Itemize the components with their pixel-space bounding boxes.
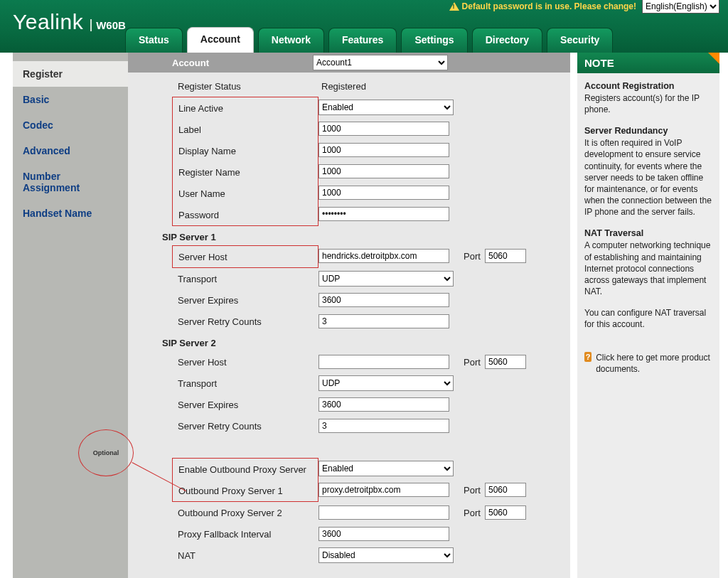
sidebar-item-number-assignment[interactable]: Number Assignment <box>13 164 128 200</box>
account-header-label: Account <box>168 55 313 71</box>
outbound-proxy1-port-label: Port <box>464 485 485 496</box>
note-s1-title: Account Registration <box>584 81 674 91</box>
note-docs-link[interactable]: Click here to get more product documents… <box>596 352 712 375</box>
sip1-port-input[interactable] <box>485 249 526 263</box>
display-name-input[interactable] <box>318 143 449 157</box>
sip1-expires-input[interactable] <box>318 293 449 307</box>
logo: Yealink W60B <box>13 10 126 34</box>
model-name: W60B <box>90 19 126 31</box>
note-s2-text: It is often required in VoIP development… <box>584 138 712 217</box>
outbound-proxy1-port-input[interactable] <box>485 483 526 497</box>
question-icon: ? <box>584 352 592 362</box>
sip1-expires-label: Server Expires <box>173 292 318 309</box>
tab-directory[interactable]: Directory <box>472 28 542 53</box>
sidebar-item-codec[interactable]: Codec <box>13 112 128 138</box>
note-s4-text: You can configure NAT traversal for this… <box>584 308 706 329</box>
password-warning: Default password is in use. Please chang… <box>449 1 636 11</box>
sip2-expires-input[interactable] <box>318 397 449 412</box>
register-status-label: Register Status <box>173 78 318 95</box>
tab-account[interactable]: Account <box>187 27 254 53</box>
note-s2-title: Server Redundancy <box>584 126 668 136</box>
sip1-header: SIP Server 1 <box>134 226 564 245</box>
user-name-label: User Name <box>174 186 318 202</box>
sip2-expires-label: Server Expires <box>173 397 318 413</box>
note-s3-text: A computer networking technique of estab… <box>584 240 710 296</box>
sip2-transport-select[interactable]: UDP <box>318 375 454 391</box>
account-select[interactable]: Account1 <box>313 55 448 70</box>
outbound-proxy2-input[interactable] <box>318 505 449 520</box>
nat-select[interactable]: Disabled <box>318 547 454 563</box>
proxy-fallback-input[interactable] <box>318 527 449 541</box>
sip1-port-label: Port <box>464 251 485 262</box>
sip1-server-host-label: Server Host <box>174 249 318 265</box>
note-panel: NOTE Account Registration Registers acco… <box>577 53 719 578</box>
outbound-proxy1-input[interactable] <box>318 483 449 497</box>
enable-outbound-select[interactable]: Enabled <box>318 461 454 476</box>
register-name-label: Register Name <box>174 164 318 181</box>
account-sidebar: Register Basic Codec Advanced Number Ass… <box>13 53 128 578</box>
proxy-fallback-label: Proxy Fallback Interval <box>173 526 318 542</box>
line-active-label: Line Active <box>174 100 318 117</box>
sip2-server-host-label: Server Host <box>173 354 318 370</box>
password-label: Password <box>174 207 318 223</box>
outbound-proxy2-label: Outbound Proxy Server 2 <box>173 505 318 521</box>
tab-features[interactable]: Features <box>328 28 397 53</box>
sip1-retry-input[interactable] <box>318 314 449 328</box>
sidebar-item-basic[interactable]: Basic <box>13 87 128 112</box>
sip1-transport-select[interactable]: UDP <box>318 271 454 287</box>
sidebar-item-register[interactable]: Register <box>13 61 128 87</box>
outbound-proxy1-label: Outbound Proxy Server 1 <box>174 483 318 499</box>
sip2-transport-label: Transport <box>173 375 318 392</box>
tab-network[interactable]: Network <box>258 28 324 53</box>
note-title: NOTE <box>577 53 719 73</box>
sip2-port-label: Port <box>464 357 485 368</box>
warning-text: Default password is in use. Please chang… <box>462 1 636 11</box>
sip2-header: SIP Server 2 <box>134 332 564 351</box>
outbound-proxy2-port-input[interactable] <box>485 505 526 520</box>
outbound-proxy2-port-label: Port <box>464 508 485 518</box>
sip2-port-input[interactable] <box>485 355 526 369</box>
header: Log Out Yealink W60B Default password is… <box>0 0 728 53</box>
sip2-retry-label: Server Retry Counts <box>173 418 318 434</box>
display-name-label: Display Name <box>174 143 318 159</box>
enable-outbound-label: Enable Outbound Proxy Server <box>174 461 318 478</box>
nat-label: NAT <box>173 547 318 564</box>
warning-icon <box>449 2 459 11</box>
sidebar-item-handset-name[interactable]: Handset Name <box>13 200 128 226</box>
label-label: Label <box>174 122 318 138</box>
sip2-server-host-input[interactable] <box>318 355 449 369</box>
tab-settings[interactable]: Settings <box>401 28 467 53</box>
label-input[interactable] <box>318 122 449 136</box>
language-select[interactable]: English(English) <box>642 0 719 14</box>
password-input[interactable] <box>318 207 449 221</box>
sip2-retry-input[interactable] <box>318 419 449 433</box>
sip1-server-host-input[interactable] <box>318 249 449 263</box>
note-s1-text: Registers account(s) for the IP phone. <box>584 93 700 114</box>
sip1-retry-label: Server Retry Counts <box>173 314 318 330</box>
note-s3-title: NAT Traversal <box>584 228 643 238</box>
register-name-input[interactable] <box>318 164 449 178</box>
tab-security[interactable]: Security <box>547 28 613 53</box>
sip1-transport-label: Transport <box>173 271 318 287</box>
line-active-select[interactable]: Enabled <box>318 100 454 115</box>
user-name-input[interactable] <box>318 186 449 200</box>
tab-status[interactable]: Status <box>125 28 183 53</box>
brand-name: Yealink <box>13 10 83 34</box>
register-status-value: Registered <box>318 81 454 92</box>
main-panel: Account Account1 Register Status Registe… <box>128 53 570 578</box>
main-tabs: Status Account Network Features Settings… <box>125 27 613 53</box>
sidebar-item-advanced[interactable]: Advanced <box>13 138 128 164</box>
